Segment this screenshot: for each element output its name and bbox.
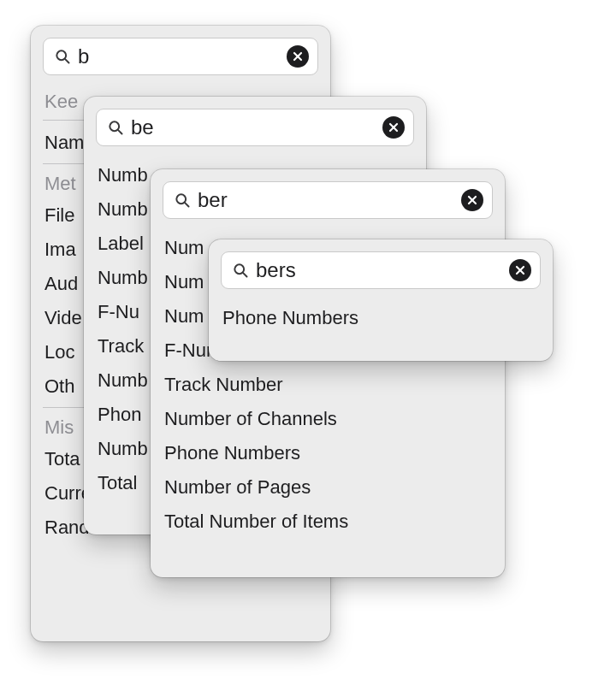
clear-icon[interactable]	[461, 189, 483, 211]
svg-line-5	[118, 130, 122, 134]
clear-icon[interactable]	[509, 259, 531, 281]
results-list: Phone Numbers	[221, 301, 541, 335]
list-item[interactable]: Number of Channels	[163, 402, 493, 436]
search-query[interactable]: b	[78, 46, 287, 67]
search-icon	[107, 119, 124, 136]
search-query[interactable]: ber	[198, 190, 461, 210]
search-panel-3: ber Num Num Num F-Number Track Number Nu…	[151, 169, 505, 577]
search-field[interactable]: b	[43, 38, 318, 75]
svg-line-9	[185, 203, 189, 207]
search-icon	[174, 192, 191, 209]
search-icon	[232, 262, 249, 279]
clear-icon[interactable]	[382, 116, 405, 139]
list-item[interactable]: Total Number of Items	[163, 505, 493, 539]
search-query[interactable]: bers	[256, 260, 509, 280]
search-query[interactable]: be	[131, 117, 382, 138]
list-item[interactable]: Track Number	[163, 368, 493, 402]
search-field[interactable]: bers	[221, 251, 541, 289]
svg-line-1	[65, 59, 69, 63]
list-item[interactable]: Phone Numbers	[221, 301, 541, 335]
search-field[interactable]: be	[96, 109, 414, 146]
clear-icon[interactable]	[287, 45, 309, 68]
svg-line-13	[243, 273, 247, 277]
list-item[interactable]: Phone Numbers	[163, 436, 493, 470]
search-field[interactable]: ber	[163, 181, 493, 219]
search-icon	[54, 48, 71, 65]
search-panel-4: bers Phone Numbers	[209, 239, 553, 361]
list-item[interactable]: Number of Pages	[163, 470, 493, 505]
